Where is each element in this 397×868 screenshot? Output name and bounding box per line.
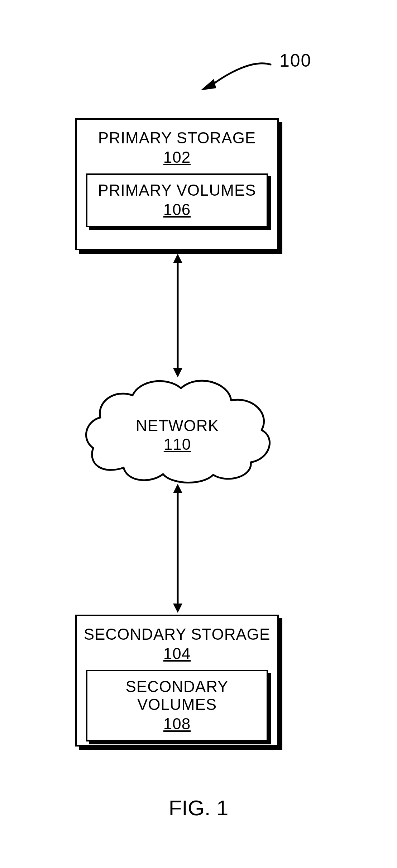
figure-reference-arrow — [199, 57, 272, 93]
secondary-volumes-number: 108 — [91, 715, 263, 733]
network-title: NETWORK — [136, 417, 219, 434]
figure-1: 100 PRIMARY STORAGE 102 PRIMARY VOLUMES … — [0, 0, 397, 868]
svg-marker-2 — [173, 254, 182, 263]
arrow-primary-network — [173, 254, 182, 377]
secondary-storage-title-text: SECONDARY STORAGE — [84, 625, 271, 643]
primary-volumes-box: PRIMARY VOLUMES 106 — [86, 173, 268, 227]
figure-reference-number: 100 — [279, 50, 311, 71]
secondary-storage-box: SECONDARY STORAGE 104 SECONDARY VOLUMES … — [75, 615, 279, 747]
figure-caption: FIG. 1 — [0, 796, 397, 820]
network-label: NETWORK 110 — [81, 417, 274, 453]
primary-storage-title-text: PRIMARY STORAGE — [98, 129, 256, 147]
primary-volumes-title: PRIMARY VOLUMES — [98, 181, 256, 199]
network-number: 110 — [81, 435, 274, 453]
secondary-storage-number: 104 — [77, 645, 277, 663]
svg-marker-6 — [173, 604, 182, 613]
primary-storage-box: PRIMARY STORAGE 102 PRIMARY VOLUMES 106 — [75, 118, 279, 250]
secondary-volumes-box: SECONDARY VOLUMES 108 — [86, 670, 268, 741]
network-cloud: NETWORK 110 — [81, 375, 274, 486]
primary-volumes-number: 106 — [91, 201, 263, 219]
secondary-storage-title: SECONDARY STORAGE 104 — [77, 616, 277, 663]
svg-marker-5 — [173, 484, 182, 493]
primary-storage-title: PRIMARY STORAGE 102 — [77, 120, 277, 166]
primary-storage-number: 102 — [77, 148, 277, 166]
arrow-network-secondary — [173, 484, 182, 613]
secondary-volumes-title: SECONDARY VOLUMES — [126, 678, 229, 713]
svg-marker-0 — [201, 79, 216, 90]
